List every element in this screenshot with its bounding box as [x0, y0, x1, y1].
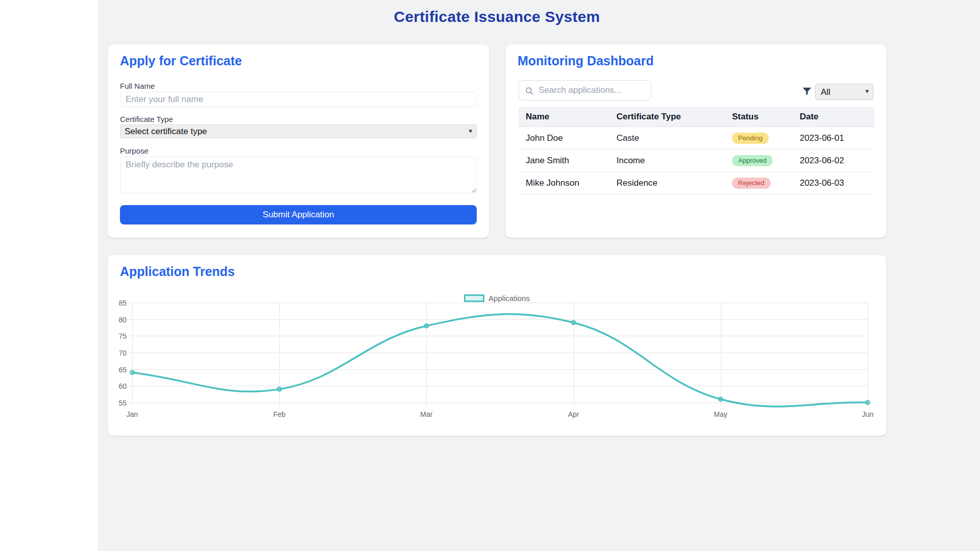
data-point [424, 324, 428, 328]
table-cell: Residence [609, 172, 725, 194]
filter-icon [801, 86, 813, 97]
y-axis-tick-label: 75 [118, 332, 127, 340]
full-name-label: Full Name [120, 82, 155, 90]
table-cell: 2023-06-02 [793, 149, 874, 172]
table-column-header: Certificate Type [609, 107, 725, 127]
x-axis-tick-label: Mar [420, 410, 432, 418]
table-column-header: Name [519, 107, 609, 127]
full-name-input[interactable] [120, 92, 477, 107]
table-row: Mike JohnsonResidenceRejected2023-06-03 [519, 172, 874, 194]
data-point [866, 400, 870, 405]
purpose-label: Purpose [120, 146, 149, 155]
applications-table: NameCertificate TypeStatusDate John DoeC… [519, 107, 874, 194]
monitoring-dashboard-card: Monitoring Dashboard All ▾ NameCertifica… [505, 44, 886, 238]
y-axis-tick-label: 80 [118, 316, 127, 324]
table-row: Jane SmithIncomeApproved2023-06-02 [519, 149, 874, 172]
y-axis-tick-label: 85 [118, 299, 127, 307]
status-badge: Approved [732, 155, 773, 166]
x-axis-tick-label: Feb [273, 410, 285, 418]
y-axis-tick-label: 55 [118, 399, 127, 407]
table-cell: Rejected [725, 172, 792, 194]
page-title: Certificate Issuance System [108, 8, 886, 26]
status-filter-wrap: All ▾ [815, 84, 873, 100]
data-point [277, 387, 281, 391]
y-axis-tick-label: 60 [118, 382, 127, 390]
table-cell: Approved [725, 149, 792, 172]
certificate-issuance-page: Certificate Issuance System Apply for Ce… [0, 0, 980, 551]
certificate-type-select[interactable]: Select certificate type [120, 124, 477, 138]
search-input[interactable] [519, 81, 651, 100]
table-cell: Pending [725, 127, 792, 149]
x-axis-tick-label: Jan [127, 410, 138, 418]
x-axis-tick-label: Jun [862, 410, 874, 418]
apply-certificate-card: Apply for Certificate Full Name Certific… [108, 44, 489, 238]
status-badge: Rejected [732, 178, 770, 189]
table-cell: 2023-06-01 [793, 127, 874, 149]
table-header-row: NameCertificate TypeStatusDate [519, 107, 874, 127]
trend-line [132, 314, 868, 407]
y-axis-tick-label: 65 [118, 366, 127, 374]
x-axis-tick-label: May [714, 410, 727, 418]
table-cell: Jane Smith [519, 149, 609, 172]
purpose-textarea[interactable] [120, 157, 477, 193]
search-box [519, 80, 651, 101]
data-point [572, 320, 576, 324]
table-column-header: Status [725, 107, 792, 127]
certificate-type-label: Certificate Type [120, 115, 173, 123]
application-trends-chart: 85807570656055JanFebMarAprMayJun [108, 255, 886, 436]
table-row: John DoeCastePending2023-06-01 [519, 127, 874, 149]
application-trends-card: Application Trends Applications 85807570… [108, 255, 886, 436]
status-filter-select[interactable]: All [815, 84, 873, 100]
x-axis-tick-label: Apr [568, 410, 579, 418]
submit-application-button[interactable]: Submit Application [120, 205, 477, 224]
y-axis-tick-label: 70 [118, 349, 127, 357]
table-cell: 2023-06-03 [793, 172, 874, 194]
table-cell: John Doe [519, 127, 609, 149]
data-point [130, 370, 134, 374]
certificate-type-select-wrap: Select certificate type ▾ [120, 124, 477, 138]
table-cell: Income [609, 149, 725, 172]
table-cell: Mike Johnson [519, 172, 609, 194]
apply-card-heading: Apply for Certificate [120, 54, 242, 68]
status-badge: Pending [732, 133, 769, 144]
table-column-header: Date [793, 107, 874, 127]
table-cell: Caste [609, 127, 725, 149]
data-point [719, 397, 723, 401]
dashboard-heading: Monitoring Dashboard [518, 54, 654, 68]
